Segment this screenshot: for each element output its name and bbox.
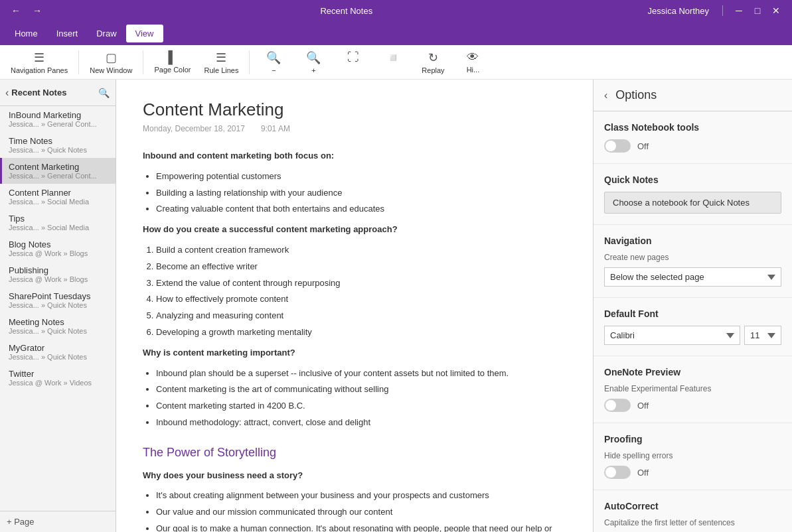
sidebar-item-sub: Jessica... » Quick Notes: [9, 146, 109, 154]
sidebar-item-title: InBound Marketing: [9, 110, 109, 120]
class-notebook-title: Class Notebook tools: [604, 122, 781, 133]
sidebar-item-meeting-notes[interactable]: Meeting Notes Jessica... » Quick Notes: [0, 313, 116, 339]
q3-bullets: It's about creating alignment between yo…: [156, 489, 566, 532]
navigation-dropdown[interactable]: Below the selected pageAt the end of the…: [604, 267, 781, 287]
minimize-button[interactable]: ─: [731, 3, 747, 19]
content-q3: Why does your business need a story?: [143, 469, 566, 483]
forward-arrow[interactable]: →: [29, 3, 45, 19]
maximize-button[interactable]: □: [750, 3, 765, 19]
font-family-dropdown[interactable]: CalibriArialTimes New Roman: [604, 326, 740, 345]
proofing-toggle-label: Off: [637, 468, 649, 478]
sidebar-item-sub: Jessica... » Social Media: [9, 224, 109, 232]
add-page-button[interactable]: + Page: [0, 511, 116, 532]
rule-lines-button[interactable]: ☰ Rule Lines: [198, 48, 244, 77]
class-notebook-section: Class Notebook tools Off: [594, 111, 792, 164]
proofing-toggle[interactable]: [604, 466, 631, 479]
q1-item-3: Extend the value of content through repu…: [156, 277, 566, 291]
sidebar-item-mygrator[interactable]: MyGrator Jessica... » Quick Notes: [0, 339, 116, 365]
sidebar-item-sub: Jessica @ Work » Blogs: [9, 249, 109, 257]
replay-label: Replay: [422, 66, 444, 74]
options-back-button[interactable]: ‹: [604, 90, 607, 101]
autocorrect-sub: Capitalize the first letter of sentences: [604, 518, 781, 527]
sidebar-item-title: Content Marketing: [9, 162, 109, 172]
toolbar-sep-1: [78, 50, 79, 74]
fit-page-icon: ⛶: [347, 50, 359, 64]
content-q1: How do you create a successful content m…: [143, 223, 566, 237]
sidebar-back-button[interactable]: ‹: [5, 87, 9, 99]
new-window-button[interactable]: ▢ New Window: [84, 48, 137, 77]
zoom-in-button[interactable]: 🔍 +: [295, 48, 332, 77]
page-meta: Monday, December 18, 2017 9:01 AM: [143, 124, 566, 133]
font-size-dropdown[interactable]: 8910111214: [744, 326, 781, 345]
page-color-icon: ▌: [169, 50, 177, 64]
options-panel: ‹ Options Class Notebook tools Off Quick…: [593, 80, 792, 532]
title-bar: ← → Recent Notes Jessica Northey ─ □ ✕: [0, 0, 792, 21]
normal-view-button[interactable]: ◽ ​: [374, 48, 412, 77]
sidebar-item-sub: Jessica @ Work » Blogs: [9, 275, 109, 283]
sidebar-item-title: Twitter: [9, 369, 109, 379]
nav-panes-button[interactable]: ☰ Navigation Panes: [5, 48, 73, 77]
sidebar-item-time-notes[interactable]: Time Notes Jessica... » Quick Notes: [0, 132, 116, 158]
proofing-title: Proofing: [604, 434, 781, 444]
menu-home[interactable]: Home: [5, 25, 47, 42]
rule-lines-label: Rule Lines: [204, 66, 238, 74]
default-font-section: Default Font CalibriArialTimes New Roman…: [594, 298, 792, 356]
menu-insert[interactable]: Insert: [47, 25, 88, 42]
intro-bullet-1: Empowering potential customers: [156, 170, 566, 184]
sidebar-item-inbound-marketing[interactable]: InBound Marketing Jessica... » General C…: [0, 106, 116, 132]
sidebar-item-title: Publishing: [9, 265, 109, 275]
sidebar-item-title: SharePoint Tuesdays: [9, 291, 109, 301]
sidebar-item-title: Tips: [9, 214, 109, 224]
preview-toggle[interactable]: [604, 399, 631, 412]
options-header: ‹ Options: [594, 80, 792, 111]
class-notebook-toggle-row: Off: [604, 139, 781, 153]
hide-authors-button[interactable]: 👁 Hi...: [454, 48, 491, 76]
page-color-button[interactable]: ▌ Page Color: [149, 48, 196, 76]
navigation-title: Navigation: [604, 235, 781, 246]
page-color-label: Page Color: [154, 66, 191, 74]
rule-lines-icon: ☰: [216, 50, 226, 65]
page-title: Content Marketing: [143, 100, 566, 120]
sidebar-item-blog-notes[interactable]: Blog Notes Jessica @ Work » Blogs: [0, 235, 116, 261]
font-row: CalibriArialTimes New Roman 8910111214: [604, 326, 781, 345]
sidebar-item-sharepoint[interactable]: SharePoint Tuesdays Jessica... » Quick N…: [0, 287, 116, 313]
replay-button[interactable]: ↻ Replay: [414, 48, 451, 77]
close-button[interactable]: ✕: [768, 3, 784, 19]
intro-bullet-2: Building a lasting relationship with you…: [156, 186, 566, 200]
options-title: Options: [615, 88, 657, 102]
sidebar-header: ‹ Recent Notes 🔍: [0, 80, 116, 106]
class-notebook-toggle[interactable]: [604, 139, 631, 153]
toolbar: ☰ Navigation Panes ▢ New Window ▌ Page C…: [0, 45, 792, 80]
autocorrect-title: AutoCorrect: [604, 501, 781, 511]
zoom-out-label: −: [272, 66, 276, 74]
zoom-in-icon: 🔍: [306, 50, 321, 65]
main-layout: ‹ Recent Notes 🔍 InBound Marketing Jessi…: [0, 80, 792, 532]
sidebar-items: InBound Marketing Jessica... » General C…: [0, 106, 116, 511]
fit-page-button[interactable]: ⛶ ​: [335, 48, 372, 76]
sidebar-item-twitter[interactable]: Twitter Jessica @ Work » Videos: [0, 365, 116, 391]
sidebar-item-content-marketing[interactable]: Content Marketing Jessica... » General C…: [0, 158, 116, 184]
zoom-out-button[interactable]: 🔍 −: [255, 48, 292, 77]
back-arrow[interactable]: ←: [8, 3, 24, 19]
menu-draw[interactable]: Draw: [87, 25, 125, 42]
q1-item-2: Become an effective writer: [156, 260, 566, 274]
nav-arrows: ← →: [8, 3, 45, 19]
sidebar-item-publishing[interactable]: Publishing Jessica @ Work » Blogs: [0, 261, 116, 287]
title-bar-right: Jessica Northey ─ □ ✕: [648, 3, 784, 19]
quick-notes-title: Quick Notes: [604, 174, 781, 185]
page-date: Monday, December 18, 2017: [143, 124, 245, 133]
choose-notebook-button[interactable]: Choose a notebook for Quick Notes: [604, 192, 781, 214]
q1-item-5: Analyzing and measuring content: [156, 309, 566, 323]
q2-bullet-4: Inbound methodology: attract, convert, c…: [156, 416, 566, 430]
new-window-label: New Window: [90, 66, 132, 74]
sidebar-search-button[interactable]: 🔍: [97, 86, 110, 100]
proofing-sub: Hide spelling errors: [604, 451, 781, 460]
sidebar-item-tips[interactable]: Tips Jessica... » Social Media: [0, 210, 116, 235]
zoom-in-label: +: [311, 66, 315, 74]
sidebar-item-title: MyGrator: [9, 343, 109, 353]
hide-authors-icon: 👁: [467, 50, 479, 64]
sidebar-item-content-planner[interactable]: Content Planner Jessica... » Social Medi…: [0, 184, 116, 210]
toolbar-sep-3: [249, 50, 250, 74]
q2-bullet-3: Content marketing started in 4200 B.C.: [156, 399, 566, 413]
menu-view[interactable]: View: [126, 25, 163, 42]
